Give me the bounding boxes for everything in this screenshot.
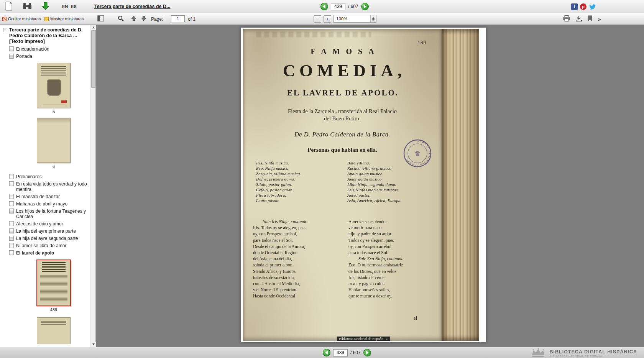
page-view-button[interactable] (2, 1, 15, 12)
page-label: Page: (151, 16, 163, 22)
magnifier-icon (118, 15, 124, 23)
page-number-input[interactable] (331, 3, 345, 10)
page-subtitle: Fiesta de la Zarçuela , transferida al R… (243, 108, 442, 122)
page-total-label: / 607 (350, 350, 361, 355)
sidebar-toggle-button[interactable] (96, 15, 106, 23)
thumbnail-page-5[interactable]: 5 (36, 63, 71, 114)
viewer-toolbar: Ocultar miniaturas Mostrar miniaturas Pa… (0, 13, 644, 25)
book-page: 189 FAMOSA COMEDIA, EL LAVREL DE APOLO. … (243, 29, 442, 341)
lang-es-link[interactable]: ES (71, 4, 77, 9)
hide-thumbnails-button[interactable]: Ocultar miniaturas (2, 16, 41, 21)
zoom-in-button[interactable]: + (324, 15, 331, 23)
book-page-edges (442, 29, 479, 341)
sidebar-item-el-maestro-de-danzar[interactable]: El maestro de danzar (3, 194, 91, 199)
sidebar-item-preliminares[interactable]: Preliminares (3, 174, 91, 179)
document-icon (9, 228, 14, 233)
green-download-icon (42, 2, 49, 11)
sidebar-item-la-hija-del-ayre-2[interactable]: La hija del ayre segunda parte (3, 236, 91, 241)
crown-icon (530, 348, 547, 358)
document-title-link[interactable]: Tercera parte de comedias de D... (94, 4, 170, 9)
show-thumbnails-icon (44, 17, 49, 21)
document-icon (9, 201, 14, 206)
lang-en-link[interactable]: EN (62, 4, 68, 9)
scroll-up-icon[interactable] (91, 25, 96, 30)
sidebar-toggle-icon (97, 15, 104, 23)
arrow-left-icon (323, 5, 325, 8)
prev-page-button[interactable] (320, 3, 328, 10)
twitter-icon[interactable] (589, 3, 596, 10)
facebook-icon[interactable]: f (571, 3, 578, 10)
zoom-value: 100% (334, 16, 370, 21)
scroll-down-icon[interactable] (91, 342, 96, 347)
zoom-select[interactable]: 100% (334, 15, 376, 23)
arrow-left-icon (325, 351, 328, 355)
hide-thumbnails-icon (2, 17, 7, 21)
thumbnail-page-439[interactable]: 439 (36, 259, 71, 312)
thumbnail-label: 5 (36, 109, 71, 114)
pinterest-icon[interactable]: p (580, 3, 586, 10)
bookmark-button[interactable] (588, 15, 592, 23)
download-tray-icon (576, 17, 582, 23)
stage-direction: Sale Iris Ninfa, cantando. (253, 218, 345, 225)
sidebar-item-en-esta-vida[interactable]: En esta vida todo es verdad y todo menti… (3, 181, 91, 192)
sidebar-item-los-hijos-de-la-fortuna[interactable]: Los hijos de la fortuna Teagenes y Caric… (3, 209, 91, 219)
badge-menu-icon: ≡ (386, 337, 388, 341)
page-viewer-area: 189 FAMOSA COMEDIA, EL LAVREL DE APOLO. … (96, 25, 644, 347)
sidebar-item-portada[interactable]: Portada (3, 54, 91, 59)
sidebar-item-la-hija-del-ayre-1[interactable]: La hija del ayre primera parte (3, 228, 91, 234)
document-icon (9, 54, 14, 59)
folio-number: 189 (418, 39, 427, 46)
download-document-button[interactable] (39, 1, 52, 12)
page-number-input-bottom[interactable] (333, 349, 348, 356)
document-icon (9, 250, 14, 255)
prev-page-button-bottom[interactable] (323, 349, 330, 356)
sidebar-item-afectos-de-odio[interactable]: Afectos de odio y amor (3, 221, 91, 227)
spinner-arrows-icon[interactable] (370, 15, 376, 22)
sidebar-item-el-laurel-de-apolo[interactable]: El laurel de apolo (3, 250, 91, 256)
save-page-button[interactable] (576, 15, 582, 23)
zoom-out-button[interactable]: − (314, 15, 321, 23)
next-page-arrow-button[interactable] (139, 15, 149, 23)
verse-column-right: America su esplendorvè morir para nacerh… (345, 218, 438, 299)
brand-subtitle: BIBLIOTECA NACIONAL DE ESPAÑA (550, 355, 637, 358)
next-page-button-bottom[interactable] (363, 349, 371, 356)
collapse-icon[interactable]: − (3, 28, 7, 32)
page-heading-title: EL LAVREL DE APOLO. (243, 88, 442, 98)
document-icon (9, 194, 14, 199)
page-of-label: of 1 (188, 16, 196, 22)
sidebar-item-mananas-de-abril[interactable]: Mañanas de abril y mayo (3, 201, 91, 207)
sidebar-item-encuadernacion[interactable]: Encuadernación (3, 46, 91, 52)
outline-root[interactable]: − Tercera parte de comedias de D. Pedro … (3, 27, 91, 44)
find-button[interactable] (116, 15, 126, 23)
document-icon (9, 209, 14, 213)
scrollbar-thumb[interactable] (91, 30, 95, 88)
cast-column-left: Iris, Ninfa musica.Eco, Ninfa musica.Zar… (256, 160, 347, 203)
arrow-down-icon (141, 16, 146, 22)
viewer-page-input[interactable] (171, 15, 185, 22)
top-page-navigation: / 607 (320, 3, 369, 10)
more-tools-button[interactable]: » (598, 16, 601, 22)
bottom-bar: / 607 BIBLIOTECA DIGITAL HISPÁNICA BIBLI… (0, 347, 644, 358)
thumbnail-image-selected[interactable] (36, 259, 71, 306)
thumbnails-sidebar: − Tercera parte de comedias de D. Pedro … (0, 25, 96, 347)
thumbnail-image[interactable] (37, 63, 71, 108)
author-line: De D. Pedro Calderon de la Barca. (243, 131, 442, 138)
library-stamp-icon: BIBLIOTECA NACIONAL ♛ (403, 139, 432, 168)
scan-watermark: Biblioteca Nacional de España ≡ (337, 337, 390, 341)
thumbnail-label: 6 (36, 164, 71, 169)
sidebar-scrollbar[interactable] (90, 25, 95, 347)
show-thumbnails-button[interactable]: Mostrar miniaturas (44, 16, 84, 21)
next-page-button[interactable] (361, 3, 369, 10)
thumbnail-image[interactable] (37, 118, 71, 163)
svg-text:♛: ♛ (414, 150, 420, 158)
thumbnail-page-6[interactable]: 6 (36, 118, 71, 169)
printer-icon (563, 17, 570, 23)
previous-page-arrow-button[interactable] (129, 15, 139, 23)
binoculars-icon (23, 2, 32, 11)
document-icon (9, 243, 14, 248)
print-button[interactable] (563, 15, 570, 23)
search-inside-button[interactable] (21, 1, 34, 12)
thumbnail-partial[interactable] (37, 317, 71, 344)
sidebar-item-ni-amor-se-libra[interactable]: Ni amor se libra de amor (3, 243, 91, 248)
document-icon (9, 221, 14, 226)
